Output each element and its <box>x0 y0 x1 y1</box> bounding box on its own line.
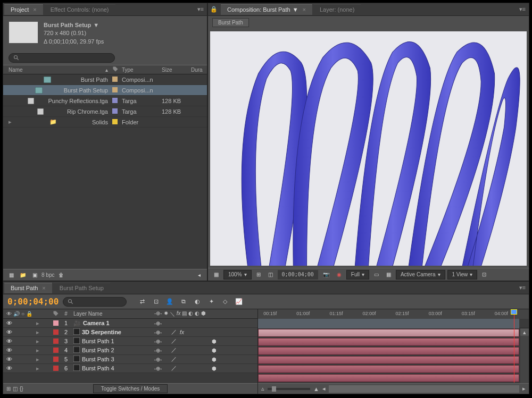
av-eye-icon[interactable]: 👁 <box>6 311 12 317</box>
composition-thumbnail[interactable] <box>9 21 38 44</box>
hide-shy-icon[interactable]: 👤 <box>164 297 176 307</box>
bpc-label[interactable]: 8 bpc <box>41 272 54 278</box>
close-icon[interactable]: × <box>303 6 306 13</box>
comp-mini-flowchart-icon[interactable]: ⇄ <box>136 297 148 307</box>
layer-label-color[interactable] <box>53 329 59 335</box>
panel-menu-icon[interactable]: ▾≡ <box>519 6 526 13</box>
3d-switch[interactable]: ⬢ <box>210 337 218 345</box>
layer-label-color[interactable] <box>53 338 59 344</box>
brainstorm-icon[interactable]: ✦ <box>205 297 217 307</box>
render-queue-icon[interactable]: ◫ <box>13 386 18 392</box>
shy-switch[interactable]: -⊕- <box>154 346 162 354</box>
scroll-up-icon[interactable]: ▴ <box>520 328 529 336</box>
interpret-icon[interactable]: ▦ <box>6 271 16 280</box>
shy-switch[interactable]: -⊕- <box>154 328 162 336</box>
expand-layer-icon[interactable]: ▸ <box>36 365 43 372</box>
expand-layer-icon[interactable]: ▸ <box>36 338 43 345</box>
panel-menu-icon[interactable]: ▾≡ <box>197 6 204 13</box>
project-item-list[interactable]: Burst Path Composi...n Burst Path Setup … <box>3 74 207 269</box>
av-solo-icon[interactable]: ○ <box>21 311 24 317</box>
always-preview-icon[interactable]: ▦ <box>211 270 221 280</box>
zoom-select[interactable]: 100% ▾ <box>223 270 252 280</box>
zoom-slider[interactable] <box>268 388 310 390</box>
cti-head[interactable] <box>511 309 517 315</box>
quality-switch[interactable]: ／ <box>170 337 178 345</box>
av-speaker-icon[interactable]: 🔊 <box>13 311 20 317</box>
horizontal-scrollbar[interactable] <box>329 385 519 393</box>
col-dur-header[interactable]: Dura <box>191 67 207 73</box>
timeline-tab-1[interactable]: Burst Path Setup <box>53 283 110 293</box>
timeline-timecode[interactable]: 0;00;04;00 <box>7 297 59 307</box>
folder-icon[interactable]: 📁 <box>18 271 28 280</box>
hscroll-left-icon[interactable]: ◂ <box>322 385 326 392</box>
mask-icon[interactable]: ◫ <box>265 270 276 280</box>
project-item[interactable]: Burst Path Composi...n <box>3 74 207 85</box>
expand-layer-icon[interactable]: ▸ <box>36 329 43 336</box>
item-label-color[interactable] <box>112 87 118 92</box>
motion-blur-icon[interactable]: ◐ <box>192 297 203 307</box>
shy-switch[interactable]: -⊕- <box>154 365 162 372</box>
project-tab[interactable]: Project× <box>4 4 43 15</box>
shy-switch[interactable]: -⊕- <box>154 337 162 345</box>
timeline-track-area[interactable]: 00:15f01:00f01:15f02:00f02:15f03:00f03:1… <box>257 309 529 394</box>
frame-blend-switch-icon[interactable]: ▤ <box>182 310 187 318</box>
snapshot-icon[interactable]: 📷 <box>320 270 332 280</box>
panel-menu-icon[interactable]: ▾≡ <box>519 284 526 291</box>
timeline-search-input[interactable] <box>63 297 127 307</box>
timeline-layer-row[interactable]: 👁▸ 2 3D Serpentine -⊕-／fx <box>3 328 257 337</box>
visibility-toggle[interactable]: 👁 <box>6 329 13 335</box>
transparency-grid-icon[interactable]: ▦ <box>384 270 394 280</box>
col-size-header[interactable]: Size <box>162 67 191 73</box>
quality-switch-icon[interactable]: ＼ <box>170 310 175 318</box>
zoom-in-icon[interactable]: ▲ <box>313 386 319 392</box>
toggle-switches-button[interactable]: Toggle Switches / Modes <box>93 384 168 393</box>
quality-switch[interactable]: ／ <box>170 355 178 363</box>
project-item[interactable]: Rip Chrome.tga Targa 128 KB <box>3 106 207 117</box>
current-time-display[interactable]: 0;00;04;00 <box>278 270 318 280</box>
expand-layer-icon[interactable]: ▸ <box>36 320 43 327</box>
timeline-layer-row[interactable]: 👁▸ 3 Burst Path 1 -⊕-／⬢ <box>3 337 257 346</box>
new-comp-icon[interactable]: ▣ <box>30 271 39 280</box>
item-label-color[interactable] <box>112 98 118 103</box>
fx-switch[interactable]: fx <box>178 328 186 336</box>
timeline-bars[interactable]: ▴ <box>258 328 529 383</box>
3d-switch[interactable]: ⬢ <box>210 365 218 372</box>
item-label-color[interactable] <box>112 119 118 124</box>
draft-3d-icon[interactable]: ⊡ <box>150 297 162 307</box>
hscroll-thumb[interactable] <box>329 385 519 393</box>
num-column-header[interactable]: # <box>61 311 71 317</box>
zoom-out-icon[interactable]: ▵ <box>261 385 264 392</box>
close-icon[interactable]: × <box>33 6 36 13</box>
motion-blur-switch-icon[interactable]: ◐ <box>188 310 193 318</box>
lock-icon[interactable]: 🔒 <box>210 6 218 13</box>
timeline-layer-row[interactable]: 👁▸ 4 Burst Path 2 -⊕-／⬢ <box>3 346 257 355</box>
graph-editor-icon[interactable]: 📈 <box>233 297 245 307</box>
views-select[interactable]: 1 View ▾ <box>447 270 478 280</box>
zoom-handle[interactable] <box>272 386 276 392</box>
timeline-layer-row[interactable]: 👁▸ 1 🎥Camera 1 -⊕- <box>3 319 257 328</box>
label-column-header[interactable] <box>51 310 61 318</box>
pixel-aspect-icon[interactable]: ⊡ <box>479 270 489 280</box>
auto-keyframe-icon[interactable]: ◇ <box>219 297 231 307</box>
work-area-bar[interactable] <box>258 319 519 328</box>
collapse-switch-icon[interactable]: ✸ <box>164 310 168 318</box>
comp-nav-tab[interactable]: Burst Path <box>212 18 249 27</box>
hscroll-right-icon[interactable]: ▸ <box>522 385 526 392</box>
item-label-color[interactable] <box>112 77 118 82</box>
project-item[interactable]: ▸📁Solids Folder <box>3 117 207 128</box>
visibility-toggle[interactable]: 👁 <box>6 320 13 326</box>
composition-tab[interactable]: Composition: Burst Path ▼× <box>221 4 312 15</box>
3d-switch[interactable]: ⬢ <box>210 355 218 363</box>
resolution-select[interactable]: Full ▾ <box>346 270 369 280</box>
project-search-input[interactable] <box>9 53 115 63</box>
timeline-layer-row[interactable]: 👁▸ 6 Burst Path 4 -⊕-／⬢ <box>3 364 257 373</box>
timeline-layer-row[interactable]: 👁▸ 5 Burst Path 3 -⊕-／⬢ <box>3 355 257 364</box>
vertical-scrollbar[interactable]: ▴ <box>520 328 529 383</box>
item-label-color[interactable] <box>112 108 118 114</box>
shy-switch[interactable]: -⊕- <box>154 355 162 363</box>
visibility-toggle[interactable]: 👁 <box>6 356 13 362</box>
layer-duration-bar[interactable] <box>258 338 519 346</box>
layer-label-color[interactable] <box>53 357 59 362</box>
layer-label-color[interactable] <box>53 348 59 353</box>
name-column-header[interactable]: Layer Name <box>71 311 151 317</box>
